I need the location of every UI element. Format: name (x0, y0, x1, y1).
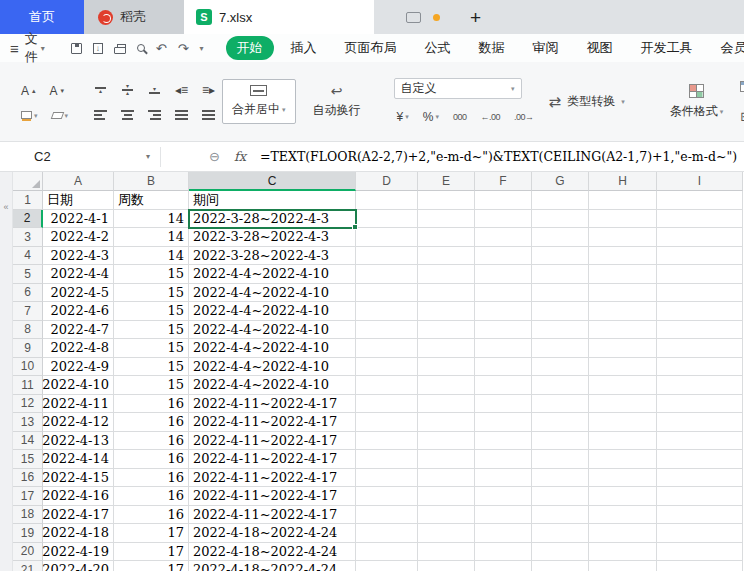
home-tab[interactable]: 首页 (0, 0, 84, 34)
justify-button[interactable] (172, 108, 191, 122)
cell-C18[interactable]: 2022-4-11~2022-4-17 (189, 506, 356, 525)
tab-formulas[interactable]: 公式 (414, 36, 462, 60)
cell-D7[interactable] (356, 302, 418, 321)
cell-H12[interactable] (589, 395, 657, 414)
cell-C16[interactable]: 2022-4-11~2022-4-17 (189, 469, 356, 488)
cell-H4[interactable] (589, 247, 657, 266)
cell-E4[interactable] (418, 247, 475, 266)
column-header-G[interactable]: G (532, 172, 589, 191)
cell-A13[interactable]: 2022-4-12 (43, 413, 114, 432)
save-icon[interactable] (71, 43, 82, 54)
cell-A17[interactable]: 2022-4-16 (43, 487, 114, 506)
cell-G15[interactable] (532, 450, 589, 469)
cell-E9[interactable] (418, 339, 475, 358)
cell-D10[interactable] (356, 358, 418, 377)
cell-C14[interactable]: 2022-4-11~2022-4-17 (189, 432, 356, 451)
cell-C5[interactable]: 2022-4-4~2022-4-10 (189, 265, 356, 284)
cell-C10[interactable]: 2022-4-4~2022-4-10 (189, 358, 356, 377)
currency-format-button[interactable]: ¥▾ (394, 108, 412, 126)
cell-E17[interactable] (418, 487, 475, 506)
cell-I8[interactable] (657, 321, 743, 340)
cell-E7[interactable] (418, 302, 475, 321)
cell-E14[interactable] (418, 432, 475, 451)
cell-B20[interactable]: 17 (114, 543, 189, 562)
cell-F19[interactable] (475, 524, 532, 543)
cell-E19[interactable] (418, 524, 475, 543)
decrease-decimal-button[interactable]: .00→ (511, 110, 537, 124)
column-header-A[interactable]: A (43, 172, 114, 191)
cell-C1[interactable]: 期间 (189, 191, 356, 210)
cell-I10[interactable] (657, 358, 743, 377)
row-header-8[interactable]: 8 (13, 321, 43, 340)
cell-I1[interactable] (657, 191, 743, 210)
cell-C2[interactable]: 2022-3-28~2022-4-3 (189, 210, 356, 229)
cell-I6[interactable] (657, 284, 743, 303)
cell-A5[interactable]: 2022-4-4 (43, 265, 114, 284)
cell-H8[interactable] (589, 321, 657, 340)
cell-B11[interactable]: 15 (114, 376, 189, 395)
table-style-button[interactable]: 表格样式▾ (736, 76, 744, 97)
row-header-15[interactable]: 15 (13, 450, 43, 469)
row-header-5[interactable]: 5 (13, 265, 43, 284)
cell-D5[interactable] (356, 265, 418, 284)
cell-I4[interactable] (657, 247, 743, 266)
clear-format-button[interactable]: ▾ (49, 110, 72, 121)
cell-G19[interactable] (532, 524, 589, 543)
cell-G18[interactable] (532, 506, 589, 525)
cell-I15[interactable] (657, 450, 743, 469)
cell-G5[interactable] (532, 265, 589, 284)
cell-B1[interactable]: 周数 (114, 191, 189, 210)
export-icon[interactable]: ↓ (93, 43, 103, 54)
cell-C7[interactable]: 2022-4-4~2022-4-10 (189, 302, 356, 321)
tab-start[interactable]: 开始 (226, 36, 274, 60)
cell-A14[interactable]: 2022-4-13 (43, 432, 114, 451)
cell-G11[interactable] (532, 376, 589, 395)
cell-G3[interactable] (532, 228, 589, 247)
cell-B8[interactable]: 15 (114, 321, 189, 340)
name-box[interactable]: C2 ▾ (0, 142, 160, 171)
tab-insert[interactable]: 插入 (280, 36, 328, 60)
cell-H16[interactable] (589, 469, 657, 488)
cell-E16[interactable] (418, 469, 475, 488)
cell-B5[interactable]: 15 (114, 265, 189, 284)
percent-format-button[interactable]: %▾ (420, 108, 442, 126)
cell-H15[interactable] (589, 450, 657, 469)
cell-I2[interactable] (657, 210, 743, 229)
cell-H18[interactable] (589, 506, 657, 525)
cell-A21[interactable]: 2022-4-20 (43, 561, 114, 571)
cell-E13[interactable] (418, 413, 475, 432)
cell-D12[interactable] (356, 395, 418, 414)
cell-C20[interactable]: 2022-4-18~2022-4-24 (189, 543, 356, 562)
cell-D21[interactable] (356, 561, 418, 571)
cell-H21[interactable] (589, 561, 657, 571)
cell-G20[interactable] (532, 543, 589, 562)
cell-B19[interactable]: 17 (114, 524, 189, 543)
tab-data[interactable]: 数据 (468, 36, 516, 60)
cell-D18[interactable] (356, 506, 418, 525)
cell-E1[interactable] (418, 191, 475, 210)
cell-F6[interactable] (475, 284, 532, 303)
cell-A2[interactable]: 2022-4-1 (43, 210, 114, 229)
cell-D19[interactable] (356, 524, 418, 543)
cell-E8[interactable] (418, 321, 475, 340)
cell-C3[interactable]: 2022-3-28~2022-4-3 (189, 228, 356, 247)
cell-G9[interactable] (532, 339, 589, 358)
cell-B14[interactable]: 16 (114, 432, 189, 451)
cell-E3[interactable] (418, 228, 475, 247)
cell-F4[interactable] (475, 247, 532, 266)
cell-C9[interactable]: 2022-4-4~2022-4-10 (189, 339, 356, 358)
column-header-C[interactable]: C (189, 172, 356, 191)
cell-D13[interactable] (356, 413, 418, 432)
decrease-font-size-button[interactable]: A▾ (47, 82, 68, 100)
cell-F17[interactable] (475, 487, 532, 506)
cell-E2[interactable] (418, 210, 475, 229)
cell-I18[interactable] (657, 506, 743, 525)
cell-D3[interactable] (356, 228, 418, 247)
cell-E5[interactable] (418, 265, 475, 284)
cell-E18[interactable] (418, 506, 475, 525)
cell-F12[interactable] (475, 395, 532, 414)
cell-D11[interactable] (356, 376, 418, 395)
cell-C4[interactable]: 2022-3-28~2022-4-3 (189, 247, 356, 266)
cell-G21[interactable] (532, 561, 589, 571)
new-tab-button[interactable]: + (470, 8, 481, 27)
